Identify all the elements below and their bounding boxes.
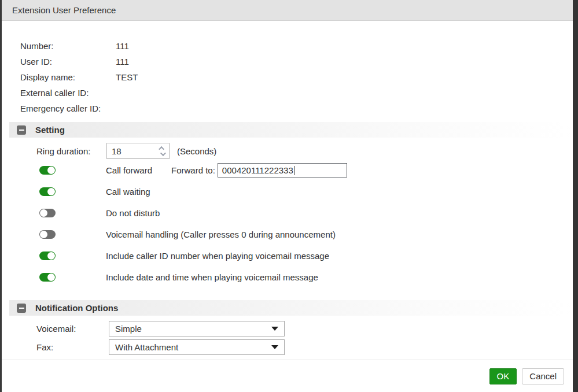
info-row-emergency-caller-id: Emergency caller ID: — [2, 101, 573, 116]
call-forward-toggle[interactable] — [39, 166, 56, 175]
forward-to-value: 000420111222333 — [222, 165, 293, 175]
number-value: 111 — [116, 41, 129, 51]
dropdown-arrow-icon — [271, 327, 278, 331]
ring-duration-row: Ring duration: 18 (Seconds) — [2, 142, 573, 160]
notification-options-section-header[interactable]: Notification Options — [9, 300, 573, 316]
voicemail-notification-row: Voicemail: Simple — [2, 321, 573, 336]
toggle-row-call-waiting: Call waiting — [2, 181, 573, 202]
include-caller-id-toggle[interactable] — [39, 252, 56, 260]
include-date-time-label: Include date and time when playing voice… — [106, 272, 318, 282]
voicemail-selected-value: Simple — [115, 324, 142, 334]
do-not-disturb-label: Do not disturb — [106, 208, 160, 218]
number-label: Number: — [20, 41, 116, 51]
toggle-knob — [47, 273, 55, 281]
toggle-knob — [47, 167, 55, 174]
external-caller-id-label: External caller ID: — [20, 88, 116, 98]
ring-duration-unit: (Seconds) — [177, 146, 216, 156]
extension-user-preference-dialog: Extension User Preference Number: 111 Us… — [2, 0, 573, 392]
info-row-user-id: User ID: 111 — [2, 54, 573, 69]
toggle-knob — [47, 188, 55, 195]
setting-section-title: Setting — [35, 125, 65, 135]
emergency-caller-id-label: Emergency caller ID: — [20, 103, 116, 113]
collapse-minus-icon[interactable] — [17, 125, 26, 135]
toggle-knob — [40, 209, 47, 217]
call-forward-label: Call forward — [106, 165, 171, 175]
ring-duration-label: Ring duration: — [36, 146, 106, 156]
forward-to-label: Forward to: — [171, 165, 215, 175]
ok-button[interactable]: OK — [489, 368, 517, 384]
dialog-titlebar: Extension User Preference — [2, 0, 573, 21]
display-name-label: Display name: — [20, 72, 116, 82]
minus-glyph — [19, 130, 24, 131]
user-id-label: User ID: — [20, 57, 116, 66]
toggle-row-call-forward: Call forward Forward to: 000420111222333 — [2, 160, 573, 181]
setting-section-header[interactable]: Setting — [9, 122, 573, 138]
do-not-disturb-toggle[interactable] — [39, 209, 56, 217]
setting-toggle-list: Call forward Forward to: 000420111222333… — [2, 160, 573, 288]
fax-selected-value: With Attachment — [115, 342, 178, 352]
include-caller-id-label: Include caller ID number when playing vo… — [106, 251, 329, 261]
info-row-display-name: Display name: TEST — [2, 69, 573, 85]
voicemail-handling-toggle[interactable] — [39, 230, 56, 239]
toggle-knob — [47, 252, 55, 260]
call-waiting-toggle[interactable] — [39, 187, 56, 196]
voicemail-select[interactable]: Simple — [109, 321, 285, 336]
cancel-button[interactable]: Cancel — [522, 368, 564, 384]
forward-to-input[interactable]: 000420111222333 — [218, 163, 347, 177]
voicemail-handling-label: Voicemail handling (Caller presses 0 dur… — [106, 230, 336, 239]
dialog-footer: OK Cancel — [2, 360, 573, 392]
display-name-value: TEST — [116, 72, 138, 82]
toggle-row-voicemail-handling: Voicemail handling (Caller presses 0 dur… — [2, 224, 573, 245]
info-row-external-caller-id: External caller ID: — [2, 85, 573, 101]
background-edge-right — [573, 0, 578, 392]
fax-notification-row: Fax: With Attachment — [2, 339, 573, 355]
info-row-number: Number: 111 — [2, 38, 573, 54]
toggle-knob — [40, 231, 47, 238]
voicemail-label: Voicemail: — [36, 324, 109, 334]
ring-duration-stepper[interactable]: 18 — [106, 143, 170, 159]
extension-info-block: Number: 111 User ID: 111 Display name: T… — [2, 38, 573, 116]
toggle-row-include-caller-id: Include caller ID number when playing vo… — [2, 245, 573, 267]
include-date-time-toggle[interactable] — [39, 273, 56, 282]
toggle-row-include-date-time: Include date and time when playing voice… — [2, 267, 573, 288]
call-waiting-label: Call waiting — [106, 187, 150, 197]
dropdown-arrow-icon — [271, 345, 278, 349]
toggle-row-do-not-disturb: Do not disturb — [2, 202, 573, 224]
user-id-value: 111 — [116, 57, 129, 66]
notification-options-title: Notification Options — [35, 303, 118, 313]
spinner-arrows-icon[interactable] — [160, 146, 164, 156]
dialog-title: Extension User Preference — [12, 5, 116, 15]
fax-label: Fax: — [36, 342, 109, 352]
ring-duration-value: 18 — [112, 146, 122, 156]
fax-select[interactable]: With Attachment — [109, 339, 285, 355]
minus-glyph — [19, 308, 24, 309]
text-caret — [294, 166, 294, 175]
collapse-minus-icon[interactable] — [17, 304, 26, 313]
